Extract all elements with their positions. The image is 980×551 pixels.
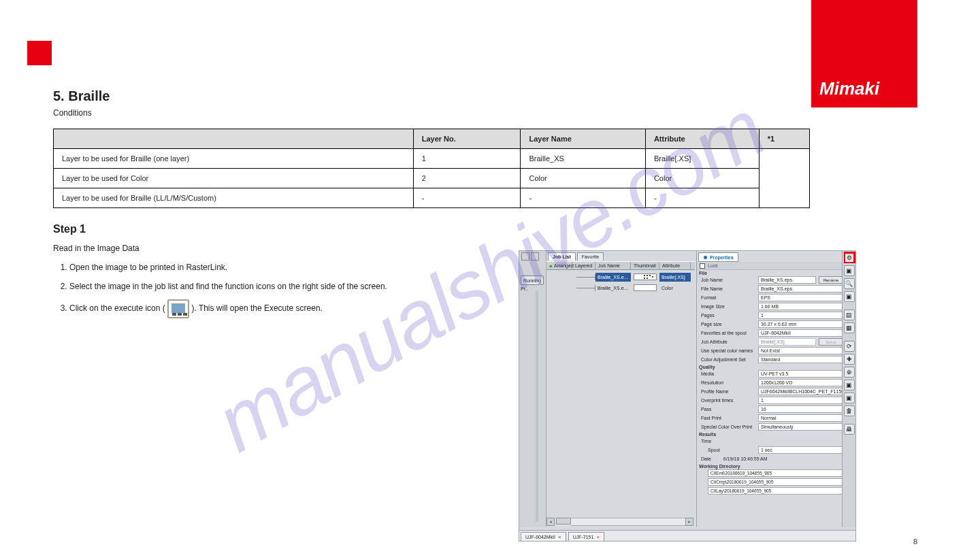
section-subheading: Conditions [53,108,870,118]
value-pass: 16 [758,405,843,413]
printer-tab[interactable]: UJF-6042MkII× [521,532,566,541]
label-pagesize: Page size [701,322,758,327]
step-item: Select the image in the job list and fin… [69,280,502,293]
refresh-icon[interactable]: ⟳ [844,341,855,352]
pr-label: Pr.. [521,286,528,291]
label-spool: Spool [708,448,758,452]
section-wd: Working Directory [697,463,843,469]
value-spool: 1 sec [758,446,843,454]
value-specialover: Simultaneously [758,423,843,431]
cell: - [645,188,759,208]
cell [759,149,809,208]
table-row: Layer to be used for Braille (one layer)… [54,149,810,169]
value-pagesize: 36.27 x 6.62 mm [758,320,843,328]
lock-checkbox[interactable] [700,263,705,269]
printer-tab[interactable]: UJF-7151× [568,532,604,541]
gutter-icons [521,252,542,261]
scrollbar-thumb[interactable] [556,518,571,524]
cell: 2 [413,169,521,188]
col-attribute[interactable]: Attribute [659,262,691,269]
table-row: Layer to be used for Color 2 Color Color [54,169,810,188]
running-tab[interactable]: Running [521,276,544,285]
job-list-panel: Job List Favorite Arranged Layered Job N… [546,251,695,527]
tool-icon[interactable]: ✚ [844,354,855,365]
cell: 1 [413,149,521,169]
step-item: Click on the execute icon ( ). This will… [69,299,502,318]
wd-path: CIILay\20180619_104655_905 [708,487,843,495]
search-icon[interactable]: 🔍 [844,278,855,289]
value-jobname[interactable]: Braille_XS.eps [758,276,816,284]
job-row[interactable]: Braille_XS.e… Color [546,282,695,293]
label-favorites: Favorites at the spool [701,331,758,335]
step-body: Read in the Image Data Open the image to… [53,242,502,318]
label-pages: Pages [701,313,758,318]
close-icon[interactable]: × [558,534,561,540]
col-arranged[interactable]: Arranged [546,262,572,269]
label-time: Time [701,439,758,444]
label-format: Format [701,295,758,300]
tool-icon[interactable]: ▣ [844,380,855,390]
tool-icon[interactable]: ▣ [844,393,855,403]
value-coloradj[interactable]: Standard [758,356,843,363]
joblist-hscrollbar[interactable]: ◄ ► [546,518,693,526]
value-overprint: 1 [758,397,843,404]
wd-path: CIICmp\20180619_104655_905 [708,478,843,486]
value-resolution: 1200x1200 VD [758,379,843,386]
value-date: 6/19/18 10:46:55 AM [721,455,843,463]
label-media: Media [701,371,758,376]
printer-icon[interactable]: 🖶 [844,424,855,435]
tab-job-list[interactable]: Job List [548,252,576,261]
label-date: Date [701,456,721,461]
tool-icon[interactable]: ▤ [844,310,855,320]
section-quality: Quality [697,364,843,369]
cell: Layer to be used for Braille (one layer) [54,149,414,169]
thumbnail-cell [631,273,659,282]
info-icon [703,255,708,260]
zoom-icon[interactable]: ⊕ [844,367,855,378]
value-format: EPS [758,294,843,301]
value-jobattr[interactable]: Braille[.XS] [758,338,816,346]
value-fastprint: Normal [758,414,843,422]
value-profile: UJF6042MkIIBCLH1004C_PET_F115026.icc [758,388,843,395]
execute-icon[interactable]: ⚙ [844,252,855,263]
scroll-left-icon[interactable]: ◄ [546,518,555,526]
setup-button: Setup [819,338,843,346]
rename-button[interactable]: Rename [819,276,843,284]
col-thumbnail[interactable]: Thumbnail [631,262,659,269]
tab-favorite[interactable]: Favorite [577,252,604,261]
scroll-right-icon[interactable]: ► [685,518,693,526]
left-gutter: Running Pr.. [519,251,546,527]
tool-icon[interactable]: ▣ [844,265,855,276]
value-pages: 1 [758,312,843,319]
wd-path: CIIEml\20180619_104655_905 [708,469,843,477]
tool-icon[interactable]: ▦ [844,322,855,333]
section-results: Results [697,431,843,437]
lock-row[interactable]: Lock [697,262,843,270]
col-jobname[interactable]: Job Name [595,262,631,269]
cell: - [413,188,521,208]
splitter-handle[interactable] [536,290,538,522]
label-jobname: Job Name [701,278,758,282]
delete-icon[interactable]: 🗑 [844,405,855,416]
close-icon[interactable]: × [596,534,600,540]
value-imagesize: 1.66 MB [758,303,843,310]
job-list-header: Arranged Layered Job Name Thumbnail Attr… [546,261,695,270]
tab-properties[interactable]: Properties [698,252,738,262]
table-row: Layer to be used for Braille (LL/L/M/S/C… [54,188,810,208]
th-layer-name: Layer Name [521,129,645,149]
label-filename: File Name [701,286,758,291]
cell: Layer to be used for Braille (LL/L/M/S/C… [54,188,414,208]
label-profile: Profile Name [701,389,758,394]
printer-tabs: UJF-6042MkII× UJF-7151× [519,530,855,541]
cell: Color [645,169,759,188]
red-accent-square [27,41,52,65]
job-row-selected[interactable]: Braille_XS.e… Braille[.XS] [546,271,695,282]
attribute-cell: Color [659,284,691,293]
tool-icon[interactable]: ▣ [844,291,855,302]
cell: Layer to be used for Color [54,169,414,188]
section-file: File [697,270,843,276]
scrollbar-track[interactable] [571,518,685,526]
attribute-cell: Braille[.XS] [659,273,691,282]
col-layered[interactable]: Layered [572,262,595,269]
job-name-cell: Braille_XS.e… [595,284,631,293]
